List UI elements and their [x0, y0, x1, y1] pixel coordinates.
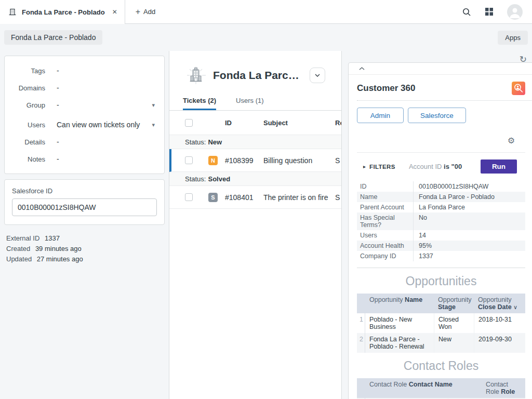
apps-button[interactable]: Apps	[498, 31, 528, 45]
opportunity-close-date: 2019-09-30	[474, 333, 525, 353]
field-value: -	[57, 138, 157, 146]
row-number-column	[357, 378, 365, 398]
meta-value: 1337	[45, 234, 60, 242]
meta-value: 39 minutes ago	[35, 245, 82, 252]
ticket-subject[interactable]: Billing question	[263, 156, 335, 165]
cell-label: Account Health	[357, 241, 413, 251]
cell-value: 14	[413, 230, 525, 241]
contact-roles-table: Contact Role Contact Name Contact Role R…	[357, 378, 525, 399]
salesforce-id-input[interactable]	[12, 198, 157, 216]
tab-users[interactable]: Users (1)	[236, 97, 263, 110]
org-actions-button[interactable]	[310, 68, 325, 83]
plus-icon: +	[136, 7, 140, 17]
field-row-domains: Domains -	[12, 84, 157, 92]
table-row: ID 0010B00001zSI8HQAW	[357, 181, 525, 192]
gear-icon[interactable]: ⚙	[508, 136, 515, 145]
status-group-new: Status: New	[169, 135, 341, 149]
ticket-subject[interactable]: The printer is on fire	[263, 193, 335, 202]
field-value: Can view own tickets only	[57, 121, 152, 129]
app-title: Customer 360	[357, 83, 415, 94]
select-all-checkbox[interactable]	[185, 119, 193, 127]
column-contact-role[interactable]: Contact Role Role	[482, 378, 525, 398]
cell-label: Users	[357, 230, 413, 241]
salesforce-button[interactable]: Salesforce	[408, 108, 466, 123]
search-icon[interactable]	[462, 7, 471, 17]
opportunity-row: 1 Poblado - New Business Closed Won 2018…	[357, 313, 525, 333]
org-tab[interactable]: Fonda La Parce - Poblado ✕	[0, 0, 125, 24]
cell-value: 1337	[413, 251, 525, 261]
org-header: Fonda La Parce - Poblado	[169, 51, 341, 85]
column-id[interactable]: ID	[225, 119, 263, 127]
column-opportunity-name[interactable]: Opportunity Name	[365, 294, 434, 313]
user-avatar[interactable]	[507, 4, 523, 20]
filters-label[interactable]: FILTERS	[369, 164, 395, 170]
cell-label: Company ID	[357, 251, 413, 261]
apps-sidebar: ↻ Customer 360 Admin Sales	[341, 51, 532, 399]
ticket-row-108399[interactable]: N #108399 Billing question S	[169, 149, 341, 172]
field-row-notes: Notes -	[12, 155, 157, 163]
breadcrumb-bar: Fonda La Parce - Poblado Apps	[0, 24, 532, 51]
external-id-row: External ID 1337	[6, 233, 165, 244]
column-requester[interactable]: Requester	[335, 119, 341, 127]
opportunities-table: Opportunity Name Opportunity Stage Oppor…	[357, 294, 525, 353]
customer-360-app: Customer 360 Admin Salesforce ⚙	[348, 62, 532, 399]
contact-roles-header: Contact Role Contact Name Contact Role R…	[357, 378, 525, 398]
ticket-row-108401[interactable]: S #108401 The printer is on fire S	[169, 186, 341, 209]
meta-label: Created	[6, 245, 30, 252]
opportunity-row: 2 Fonda La Parce - Poblado - Renewal New…	[357, 333, 525, 353]
admin-button[interactable]: Admin	[357, 108, 404, 123]
chevron-down-icon	[315, 74, 320, 77]
ticket-requester: S	[335, 156, 341, 165]
column-subject[interactable]: Subject	[263, 119, 335, 127]
ticket-id: #108401	[225, 193, 263, 202]
field-label: Tags	[12, 67, 45, 75]
filters-expand-icon[interactable]: ▸	[363, 164, 366, 169]
close-tab-icon[interactable]: ✕	[112, 8, 117, 16]
query-field: Account ID	[409, 163, 444, 170]
field-value: -	[57, 155, 157, 163]
row-checkbox[interactable]	[185, 193, 193, 201]
org-tabs: Tickets (2) Users (1)	[169, 97, 341, 111]
field-value: -	[57, 101, 152, 109]
opportunity-name: Fonda La Parce - Poblado - Renewal	[365, 333, 434, 353]
ticket-requester: S	[335, 193, 341, 202]
meta-value: 27 minutes ago	[37, 255, 83, 263]
chevron-down-icon[interactable]: ▾	[152, 122, 157, 128]
ticket-id: #108399	[225, 156, 263, 165]
tickets-table-header: ID Subject Requester	[169, 111, 341, 135]
status-group-solved: Status: Solved	[169, 172, 341, 186]
chevron-down-icon[interactable]: ▾	[152, 102, 157, 109]
organization-icon	[8, 8, 17, 16]
status-value: New	[208, 138, 222, 146]
query-value: is "00	[444, 163, 462, 170]
table-row: Account Health 95%	[357, 241, 525, 251]
field-label: Details	[12, 138, 45, 146]
app-collapse-strip[interactable]	[349, 63, 532, 75]
field-row-group[interactable]: Group - ▾	[12, 101, 157, 109]
sort-desc-icon: ∨	[513, 304, 517, 310]
cell-value: 0010B00001zSI8HQAW	[413, 181, 525, 192]
opportunity-stage: New	[434, 333, 474, 353]
cell-label: ID	[357, 181, 413, 192]
add-label: Add	[143, 8, 155, 16]
created-row: Created 39 minutes ago	[6, 244, 165, 254]
row-checkbox[interactable]	[185, 156, 193, 164]
top-bar: Fonda La Parce - Poblado ✕ + Add	[0, 0, 532, 24]
tab-tickets[interactable]: Tickets (2)	[183, 97, 216, 110]
add-tab-button[interactable]: + Add	[136, 7, 155, 17]
column-opportunity-close-date[interactable]: Opportunity Close Date ∨	[474, 294, 525, 313]
divider	[357, 152, 525, 153]
field-label: Domains	[12, 84, 45, 92]
field-row-users[interactable]: Users Can view own tickets only ▾	[12, 121, 157, 129]
run-button[interactable]: Run	[481, 159, 517, 174]
chevron-up-icon	[359, 67, 365, 70]
opportunity-stage: Closed Won	[434, 313, 474, 333]
column-opportunity-stage[interactable]: Opportunity Stage	[434, 294, 474, 313]
opportunities-header: Opportunity Name Opportunity Stage Oppor…	[357, 294, 525, 313]
column-contact-name[interactable]: Contact Role Contact Name	[365, 378, 482, 398]
org-detail-sidebar: Tags - Domains - Group - ▾ Users Can vie…	[0, 51, 169, 399]
status-badge-new: N	[208, 156, 218, 165]
field-label: Users	[12, 121, 45, 129]
product-grid-icon[interactable]	[485, 7, 494, 16]
table-row: Has Special Terms? No	[357, 212, 525, 230]
